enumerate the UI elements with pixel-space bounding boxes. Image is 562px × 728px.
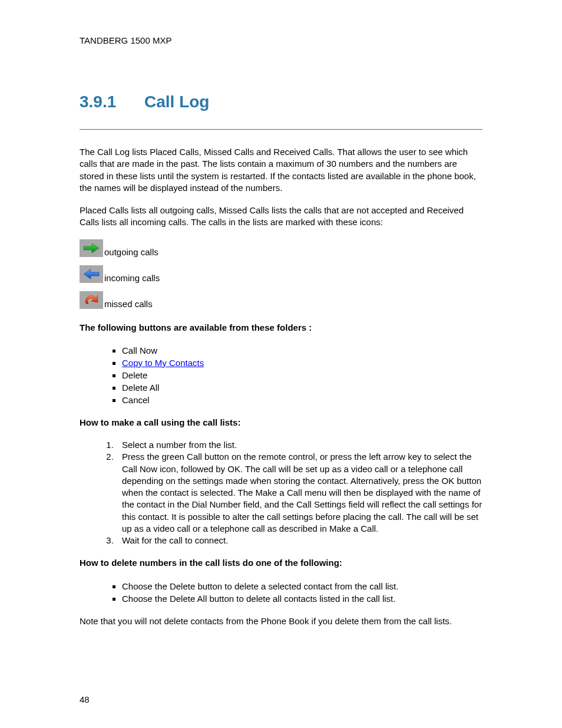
list-item: Choose the Delete button to delete a sel… xyxy=(122,580,482,592)
list-item: Copy to My Contacts xyxy=(122,357,482,369)
arrow-return-red-icon xyxy=(80,291,103,309)
howto-call-heading: How to make a call using the call lists: xyxy=(80,417,482,429)
intro-paragraph-1: The Call Log lists Placed Calls, Missed … xyxy=(80,146,482,194)
section-number: 3.9.1 xyxy=(80,93,144,111)
arrow-left-blue-icon xyxy=(80,265,103,283)
buttons-list: Call Now Copy to My Contacts Delete Dele… xyxy=(80,344,482,406)
section-heading: 3.9.1Call Log xyxy=(80,93,482,111)
howto-delete-heading: How to delete numbers in the call lists … xyxy=(80,557,482,569)
arrow-right-green-icon xyxy=(80,239,103,257)
list-item: Delete xyxy=(122,369,482,381)
howto-call-steps: Select a number from the list. Press the… xyxy=(80,439,482,546)
intro-paragraph-2: Placed Calls lists all outgoing calls, M… xyxy=(80,205,482,229)
list-item: Choose the Delete All button to delete a… xyxy=(122,592,482,605)
step-item: Press the green Call button on the remot… xyxy=(116,451,482,535)
incoming-calls-label: incoming calls xyxy=(104,273,160,283)
section-title-text: Call Log xyxy=(144,93,209,111)
note-paragraph: Note that you will not delete contacts f… xyxy=(80,615,482,627)
buttons-heading: The following buttons are available from… xyxy=(80,322,482,334)
document-header: TANDBERG 1500 MXP xyxy=(80,35,482,45)
copy-to-my-contacts-link[interactable]: Copy to My Contacts xyxy=(122,358,204,368)
missed-calls-row: missed calls xyxy=(80,291,482,309)
step-item: Select a number from the list. xyxy=(116,439,482,451)
step-item: Wait for the call to connect. xyxy=(116,535,482,546)
page-number: 48 xyxy=(80,694,90,704)
document-page: TANDBERG 1500 MXP 3.9.1Call Log The Call… xyxy=(0,0,562,728)
list-item: Call Now xyxy=(122,344,482,357)
missed-calls-label: missed calls xyxy=(104,299,153,309)
list-item: Cancel xyxy=(122,394,482,406)
outgoing-calls-row: outgoing calls xyxy=(80,239,482,257)
horizontal-rule xyxy=(80,129,482,130)
howto-delete-list: Choose the Delete button to delete a sel… xyxy=(80,580,482,605)
outgoing-calls-label: outgoing calls xyxy=(104,247,158,257)
incoming-calls-row: incoming calls xyxy=(80,265,482,283)
list-item: Delete All xyxy=(122,381,482,394)
